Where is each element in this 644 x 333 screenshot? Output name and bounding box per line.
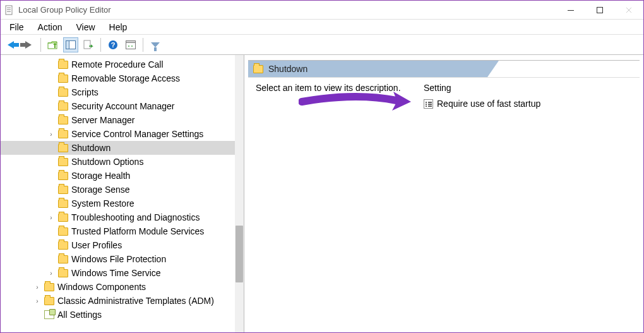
- close-button[interactable]: [614, 1, 643, 20]
- details-pane: Shutdown Select an item to view its desc…: [248, 60, 640, 329]
- folder-icon: [58, 88, 68, 97]
- tree-item[interactable]: Server Manager: [1, 113, 244, 127]
- tree-item[interactable]: ›Windows Components: [1, 280, 244, 294]
- up-button[interactable]: [45, 37, 61, 52]
- tree-item[interactable]: Removable Storage Access: [1, 71, 244, 85]
- caret-icon[interactable]: ›: [33, 298, 41, 305]
- app-icon: [4, 5, 15, 15]
- folder-icon: [44, 283, 54, 291]
- tree-item[interactable]: Security Account Manager: [1, 99, 244, 113]
- tree-item[interactable]: Scripts: [1, 85, 244, 99]
- svg-rect-3: [7, 11, 11, 12]
- tree-item-label: Remote Procedure Call: [71, 59, 164, 70]
- back-button[interactable]: [3, 37, 18, 52]
- tree-item[interactable]: Remote Procedure Call: [1, 58, 244, 71]
- tree-item-label: Shutdown: [71, 143, 110, 153]
- folder-icon: [58, 200, 68, 208]
- export-button[interactable]: [81, 37, 96, 52]
- details-header: Shutdown: [248, 61, 488, 77]
- tree-item[interactable]: Shutdown: [1, 141, 244, 155]
- tree-item[interactable]: System Restore: [1, 197, 244, 210]
- filter-button[interactable]: [148, 37, 163, 52]
- tree-item-label: Storage Sense: [71, 185, 130, 195]
- tree-item[interactable]: Windows File Protection: [1, 252, 244, 266]
- description-column: Select an item to view its description.: [256, 83, 407, 111]
- tree-item-label: Storage Health: [71, 171, 130, 181]
- all-settings-icon: [44, 310, 54, 319]
- separator: [143, 38, 143, 52]
- tree-item-label: System Restore: [71, 198, 134, 209]
- setting-label: Require use of fast startup: [437, 99, 540, 109]
- help-button[interactable]: ?: [105, 37, 121, 52]
- folder-icon: [58, 255, 68, 263]
- menu-action[interactable]: Action: [32, 21, 69, 33]
- scrollbar-thumb[interactable]: [236, 226, 243, 282]
- export-icon: [83, 40, 93, 50]
- tree-pane: Remote Procedure CallRemovable Storage A…: [1, 55, 244, 332]
- tree-item[interactable]: ›Troubleshooting and Diagnostics: [1, 210, 244, 224]
- tree-item[interactable]: Trusted Platform Module Services: [1, 224, 244, 238]
- description-text: Select an item to view its description.: [256, 83, 401, 93]
- folder-icon: [58, 75, 68, 83]
- separator: [40, 38, 41, 52]
- folder-icon: [58, 102, 68, 111]
- maximize-button[interactable]: [585, 1, 614, 20]
- menu-help[interactable]: Help: [103, 21, 134, 33]
- toolbar: ?: [1, 35, 643, 55]
- titlebar-left: Local Group Policy Editor: [4, 5, 111, 15]
- tree-item-label: Troubleshooting and Diagnostics: [71, 212, 200, 222]
- folder-icon: [58, 214, 68, 222]
- properties-button[interactable]: [123, 37, 138, 52]
- settings-column-header[interactable]: Setting: [424, 83, 632, 93]
- tree-item[interactable]: All Settings: [1, 308, 244, 322]
- tree[interactable]: Remote Procedure CallRemovable Storage A…: [1, 58, 244, 322]
- tree-item[interactable]: Storage Sense: [1, 183, 244, 197]
- svg-rect-15: [126, 40, 136, 42]
- folder-icon: [58, 158, 68, 166]
- folder-icon: [58, 186, 68, 194]
- menu-view[interactable]: View: [69, 21, 101, 33]
- details-body: Select an item to view its description. …: [248, 77, 640, 116]
- tree-item[interactable]: ›Classic Administrative Templates (ADM): [1, 294, 244, 308]
- folder-icon: [58, 241, 68, 250]
- forward-button[interactable]: [21, 37, 36, 52]
- caret-icon[interactable]: ›: [47, 214, 55, 221]
- minimize-button[interactable]: [556, 1, 585, 20]
- tree-item[interactable]: Storage Health: [1, 169, 244, 183]
- tree-item[interactable]: Shutdown Options: [1, 155, 244, 169]
- tree-item[interactable]: ›Service Control Manager Settings: [1, 127, 244, 141]
- window-root: Local Group Policy Editor File Action Vi…: [0, 0, 644, 333]
- tree-item-label: Removable Storage Access: [71, 73, 180, 83]
- caret-icon[interactable]: ›: [47, 270, 55, 277]
- svg-rect-4: [568, 10, 574, 11]
- tree-scrollbar[interactable]: [235, 55, 244, 332]
- separator: [100, 38, 101, 52]
- caret-icon[interactable]: ›: [33, 284, 41, 291]
- svg-rect-1: [7, 8, 11, 8]
- setting-row[interactable]: Require use of fast startup: [424, 97, 632, 111]
- svg-rect-10: [66, 40, 69, 49]
- funnel-icon: [151, 42, 160, 47]
- settings-column: Setting Require use of fast startup: [424, 83, 632, 111]
- tree-item[interactable]: User Profiles: [1, 238, 244, 252]
- folder-icon: [44, 297, 54, 305]
- menubar: File Action View Help: [1, 20, 643, 35]
- menu-file[interactable]: File: [3, 21, 30, 33]
- show-hide-tree-button[interactable]: [63, 37, 78, 52]
- properties-icon: [126, 40, 136, 49]
- svg-point-16: [128, 45, 129, 47]
- folder-icon: [58, 144, 68, 152]
- svg-rect-5: [597, 7, 603, 13]
- panel-icon: [66, 40, 76, 49]
- caret-icon[interactable]: ›: [47, 131, 55, 138]
- window-controls: [556, 1, 643, 20]
- arrow-right-icon: [25, 41, 32, 49]
- help-icon: ?: [108, 40, 118, 50]
- tree-item-label: Trusted Platform Module Services: [71, 226, 204, 236]
- folder-up-icon: [47, 40, 59, 50]
- titlebar: Local Group Policy Editor: [1, 1, 643, 20]
- tree-item-label: Windows Components: [57, 282, 146, 292]
- tree-item[interactable]: ›Windows Time Service: [1, 266, 244, 280]
- window-title: Local Group Policy Editor: [18, 5, 111, 15]
- policy-setting-icon: [424, 99, 433, 109]
